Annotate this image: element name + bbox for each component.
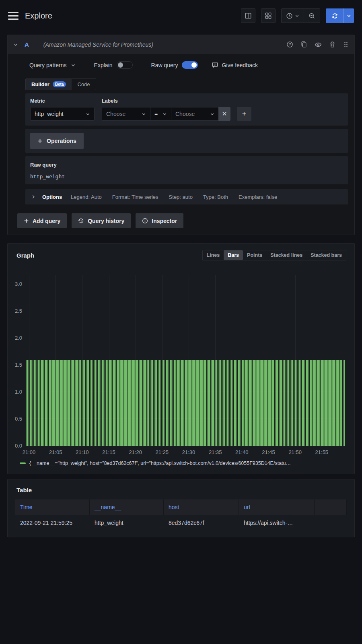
zoom-out-icon [309, 12, 315, 19]
raw-query-block: Raw query http_weight [25, 156, 348, 184]
info-icon [142, 218, 148, 224]
query-toolbar: Query patterns Explain Raw query Give fe… [29, 61, 348, 69]
delete-query-icon[interactable] [329, 41, 336, 48]
drag-handle-icon[interactable] [343, 41, 349, 48]
graph-mode-stacked-lines[interactable]: Stacked lines [266, 250, 306, 260]
comment-icon [212, 62, 218, 68]
x-axis-tick: 21:35 [209, 449, 222, 455]
options-summary-item: Legend: Auto [71, 194, 102, 200]
page-title: Explore [25, 11, 52, 21]
chevron-down-icon [162, 112, 167, 116]
graph-mode-points[interactable]: Points [243, 250, 266, 260]
metric-select[interactable]: http_weight [30, 107, 95, 121]
raw-query-label: Raw query [151, 62, 178, 68]
chevron-down-icon [86, 112, 90, 116]
run-query-dropdown[interactable] [343, 8, 354, 23]
remove-label-button[interactable]: ✕ [218, 107, 230, 121]
add-query-button[interactable]: Add query [17, 213, 67, 228]
operations-button-label: Operations [47, 138, 76, 144]
label-value-select[interactable]: Choose [171, 107, 218, 121]
collapse-query-icon[interactable] [13, 42, 18, 47]
x-axis-tick: 21:20 [129, 449, 142, 455]
y-axis-tick: 1.5 [8, 362, 22, 368]
chevron-down-icon [347, 14, 351, 18]
v-gridline [242, 275, 242, 446]
h-gridline [26, 419, 345, 419]
graph-plot-area[interactable]: 3.02.52.01.51.00.50.0 [26, 275, 345, 446]
table-header-row: Time__name__hosturl [15, 500, 347, 515]
menu-icon[interactable] [8, 12, 19, 20]
explore-actions: Add query Query history Inspector [12, 204, 348, 228]
add-label-button[interactable]: + [237, 107, 251, 121]
grid-icon [265, 12, 272, 19]
graph-panel-title: Graph [16, 252, 34, 259]
table-cell: http_weight [90, 515, 164, 531]
duplicate-query-icon[interactable] [300, 41, 307, 48]
x-axis-tick: 21:45 [262, 449, 275, 455]
inspector-button[interactable]: Inspector [136, 213, 183, 228]
options-summary-item: Format: Time series [112, 194, 158, 200]
options-title[interactable]: Options [42, 194, 62, 200]
table-cell: https://api.switch-… [239, 515, 315, 531]
query-patterns-dropdown[interactable]: Query patterns [29, 62, 76, 68]
raw-query-title: Raw query [30, 162, 343, 168]
label-name-select[interactable]: Choose [102, 107, 150, 121]
v-gridline [136, 275, 136, 446]
x-axis-tick: 21:30 [182, 449, 195, 455]
column-header-url[interactable]: url [239, 500, 315, 515]
chevron-down-icon [295, 14, 299, 18]
y-axis-tick: 2.5 [8, 308, 22, 314]
legend-series-label[interactable]: {__name__="http_weight", host="8ed37d62c… [29, 460, 291, 466]
tab-builder[interactable]: Builder Beta [26, 79, 72, 90]
query-history-button[interactable]: Query history [72, 213, 131, 228]
top-bar: Explore [0, 0, 362, 31]
zoom-out-button[interactable] [304, 9, 320, 23]
graph-mode-bars[interactable]: Bars [224, 250, 243, 260]
datasource-note: (Amazon Managed Service for Prometheus) [43, 41, 153, 48]
column-header-host[interactable]: host [164, 500, 239, 515]
run-query-button[interactable] [326, 8, 343, 23]
code-tab-label: Code [77, 81, 90, 87]
time-range-picker-button[interactable] [282, 9, 304, 23]
table-body: 2022-09-21 21:59:25http_weight8ed37d62c6… [15, 515, 347, 531]
topbar-actions [241, 8, 354, 23]
legend-series-swatch [20, 462, 26, 464]
give-feedback-link[interactable]: Give feedback [212, 62, 258, 68]
table-cell [315, 515, 347, 531]
bar-series [26, 360, 345, 446]
tab-code[interactable]: Code [72, 79, 95, 90]
options-expand-icon[interactable] [31, 194, 36, 199]
x-axis-tick: 21:40 [235, 449, 249, 455]
graph-mode-stacked-bars[interactable]: Stacked bars [306, 250, 346, 260]
chevron-down-icon [210, 112, 214, 116]
add-to-dashboard-button[interactable] [261, 8, 276, 23]
raw-query-toggle[interactable] [182, 61, 198, 69]
column-header-__name__[interactable]: __name__ [90, 500, 164, 515]
query-ref-id[interactable]: A [25, 41, 29, 48]
label-operator-select[interactable]: = [150, 107, 171, 121]
operations-block: Operations [25, 129, 348, 153]
options-row[interactable]: Options Legend: AutoFormat: Time seriesS… [25, 189, 348, 204]
help-icon[interactable] [286, 41, 293, 48]
explain-toggle[interactable] [117, 61, 133, 69]
column-header-Time[interactable]: Time [15, 500, 90, 515]
v-gridline [82, 275, 82, 446]
v-gridline [269, 275, 269, 446]
disable-query-eye-icon[interactable] [315, 41, 322, 48]
clock-icon [286, 12, 293, 19]
graph-mode-lines[interactable]: Lines [203, 250, 224, 260]
refresh-icon [331, 12, 338, 19]
add-operation-button[interactable]: Operations [30, 133, 84, 149]
table-cell: 2022-09-21 21:59:25 [15, 515, 90, 531]
options-summary-item: Type: Both [203, 194, 228, 200]
query-history-label: Query history [88, 218, 124, 224]
run-query-split-button [326, 8, 354, 23]
y-axis-tick: 0.5 [8, 416, 22, 422]
v-gridline [295, 275, 296, 446]
query-editor-panel: A (Amazon Managed Service for Prometheus… [7, 35, 355, 235]
give-feedback-label: Give feedback [222, 62, 258, 68]
h-gridline [26, 446, 345, 446]
v-gridline [29, 275, 29, 446]
split-view-button[interactable] [241, 8, 255, 23]
plus-icon [24, 218, 29, 223]
